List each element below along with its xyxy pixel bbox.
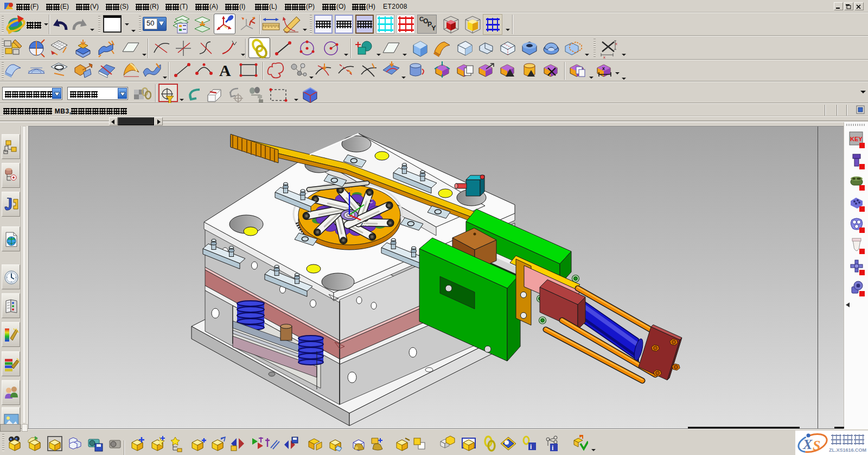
svg-text:KEY: KEY (850, 136, 863, 142)
svg-text:x: x (603, 55, 605, 59)
svg-text:X: X (802, 437, 813, 452)
svg-text:x: x (615, 41, 617, 46)
svg-text:i: i (552, 444, 553, 452)
svg-text:YC: YC (365, 198, 373, 204)
svg-text:XC: XC (361, 221, 369, 227)
svg-text:S: S (813, 438, 820, 453)
svg-text:x: x (602, 66, 605, 71)
svg-text:i: i (530, 443, 532, 451)
